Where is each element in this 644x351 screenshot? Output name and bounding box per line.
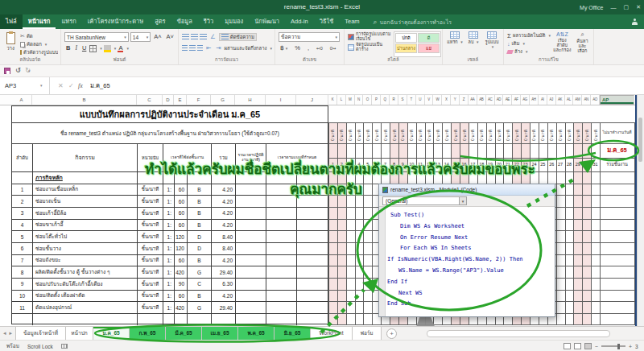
column-header-E[interactable]: E: [174, 95, 187, 105]
table-cell[interactable]: 29.40: [212, 302, 236, 313]
table-cell[interactable]: [12, 172, 33, 184]
table-cell[interactable]: 7: [12, 255, 33, 266]
table-cell[interactable]: 8.40: [212, 231, 236, 242]
table-cell[interactable]: [188, 314, 212, 325]
ribbon-tab-11[interactable]: Team: [339, 14, 365, 29]
table-cell[interactable]: ซ่อมชั้นวาง: [33, 243, 138, 254]
cancel-icon[interactable]: ✕: [58, 77, 64, 94]
table-cell[interactable]: ชิ้น/นาที: [138, 231, 163, 242]
table-cell[interactable]: 1:: [163, 291, 175, 302]
column-header-I[interactable]: I: [266, 95, 296, 105]
table-cell[interactable]: 1: [12, 184, 33, 196]
ribbon-tab-5[interactable]: ข้อมูล: [171, 14, 198, 29]
table-cell[interactable]: B: [188, 255, 212, 266]
redo-button[interactable]: ↻▾: [25, 67, 30, 75]
column-header-Z[interactable]: Z: [460, 95, 469, 105]
decrease-decimal-icon[interactable]: 0↣: [328, 43, 338, 53]
fill-color-icon[interactable]: [104, 45, 111, 52]
sheet-nav-left-icon[interactable]: ◂: [0, 327, 10, 340]
new-sheet-button[interactable]: +: [386, 328, 397, 339]
cell-style-3[interactable]: แย่: [418, 43, 440, 53]
table-cell[interactable]: 120: [175, 243, 188, 254]
table-cell[interactable]: G: [188, 302, 212, 313]
table-cell[interactable]: 420: [175, 302, 188, 313]
insert-cells-button[interactable]: แทรก ▾: [446, 31, 464, 57]
table-cell[interactable]: B: [188, 220, 212, 231]
column-header-B[interactable]: B: [32, 95, 137, 105]
sheet-tab-ฟอร์ม[interactable]: ฟอร์ม: [353, 327, 382, 340]
table-cell[interactable]: 4.20: [212, 291, 236, 302]
table-cell[interactable]: ชิ้น/นาที: [138, 291, 163, 302]
conditional-formatting-button[interactable]: การจัดรูปแบบตามเงื่อนไข: [348, 31, 391, 42]
table-cell[interactable]: [138, 314, 163, 325]
formula-input[interactable]: ม.ค_65: [90, 77, 110, 94]
font-color-icon[interactable]: A: [118, 45, 123, 52]
zoom-slider[interactable]: [601, 345, 625, 347]
table-cell[interactable]: ซ่อม/ปรับระดับโต๊ะ/เก้าอี้/เตียง: [33, 279, 138, 290]
table-cell[interactable]: ชิ้น/นาที: [138, 302, 163, 313]
table-cell[interactable]: 6: [12, 243, 33, 254]
column-header-G[interactable]: G: [211, 95, 235, 105]
table-cell[interactable]: ดัดแปลงอุปกรณ์: [33, 302, 138, 313]
ribbon-tab-8[interactable]: นักพัฒนา: [249, 14, 285, 29]
fill-button[interactable]: ↓เติม▾: [507, 39, 551, 47]
vba-general-dropdown[interactable]: (General) ▾: [382, 196, 467, 205]
shrink-font-button[interactable]: A˅: [165, 32, 175, 42]
table-cell[interactable]: ซ่อมรถเข็น: [33, 196, 138, 207]
table-cell[interactable]: 5: [12, 231, 33, 242]
table-cell[interactable]: ชิ้น/นาที: [138, 255, 163, 266]
table-cell[interactable]: [236, 291, 266, 302]
table-cell[interactable]: ชิ้น/นาที: [138, 208, 163, 219]
vba-editor-window[interactable]: rename_test3.xlsm - Module1 (Code) (Gene…: [378, 184, 555, 317]
table-cell[interactable]: [297, 291, 328, 302]
table-cell[interactable]: D: [188, 231, 212, 242]
table-cell[interactable]: 4.20: [212, 255, 236, 266]
restore-button[interactable]: ▢: [624, 4, 630, 10]
table-cell[interactable]: 11: [12, 302, 33, 313]
table-cell[interactable]: [266, 302, 297, 313]
ribbon-tab-7[interactable]: มุมมอง: [219, 14, 249, 29]
ribbon-tab-6[interactable]: รีวิว: [198, 14, 219, 29]
font-size-select[interactable]: 14▾: [130, 32, 151, 42]
enter-icon[interactable]: ✓: [68, 77, 74, 94]
wrap-text-button[interactable]: ตัดข้อความ: [219, 33, 257, 41]
ribbon-tab-3[interactable]: เค้าโครงหน้ากระดาษ: [82, 14, 149, 29]
table-cell[interactable]: 4: [12, 220, 33, 231]
day-number-27[interactable]: 27: [556, 158, 565, 171]
table-cell[interactable]: 60: [175, 208, 188, 219]
sheet-tab-WorkPoint[interactable]: WorkPoint: [311, 327, 353, 340]
table-cell[interactable]: 10: [12, 291, 33, 302]
table-cell[interactable]: [297, 266, 328, 278]
sheet-nav-right-icon[interactable]: ▸: [10, 327, 16, 340]
italic-button[interactable]: I: [73, 43, 79, 53]
column-header-J[interactable]: J: [296, 95, 328, 105]
table-cell[interactable]: 1:: [163, 255, 175, 266]
table-cell[interactable]: [266, 314, 297, 325]
minimize-button[interactable]: —: [611, 5, 617, 10]
column-header-Y[interactable]: Y: [451, 95, 460, 105]
table-cell[interactable]: 8.40: [212, 243, 236, 254]
borders-icon[interactable]: [89, 45, 97, 52]
underline-button[interactable]: U: [80, 43, 88, 53]
table-cell[interactable]: G: [188, 266, 212, 278]
table-cell[interactable]: ชิ้น/นาที: [138, 279, 163, 290]
table-cell[interactable]: [297, 208, 328, 219]
bold-button[interactable]: B: [64, 43, 72, 53]
comma-icon[interactable]: ,: [306, 43, 311, 53]
day-number-26[interactable]: 26: [547, 158, 556, 171]
table-cell[interactable]: [266, 266, 297, 278]
percent-icon[interactable]: %: [293, 43, 302, 53]
account-name[interactable]: My Office: [580, 5, 603, 10]
page-layout-view-icon[interactable]: [574, 343, 581, 349]
number-format-select[interactable]: ข้อความ▾: [279, 32, 340, 42]
table-cell[interactable]: 1:: [163, 208, 175, 219]
sheet-tab-เม.ย_65[interactable]: เม.ย_65: [202, 327, 238, 340]
table-cell[interactable]: 90: [175, 279, 188, 290]
increase-decimal-icon[interactable]: ↢0: [315, 43, 324, 53]
align-top-icon[interactable]: [182, 34, 189, 40]
record-table[interactable]: แบบบันทึกผลการปฏิบัติงานประจำเดือน ม.ค_6…: [11, 105, 328, 324]
column-header-K[interactable]: K: [328, 95, 337, 105]
table-cell[interactable]: ชิ้น/นาที: [138, 220, 163, 231]
sheet-tab-ม.ค_65[interactable]: ม.ค_65: [93, 327, 130, 340]
table-cell[interactable]: [297, 243, 328, 254]
